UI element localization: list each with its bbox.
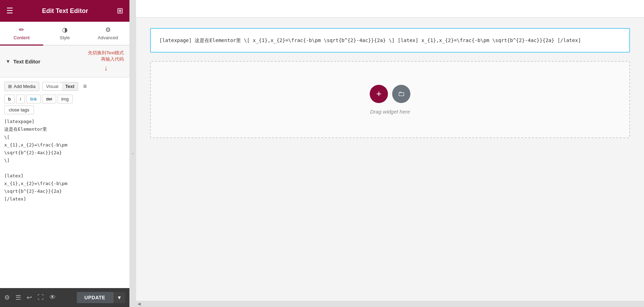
add-widget-button[interactable]: +	[370, 85, 388, 103]
italic-button[interactable]: i	[16, 95, 25, 103]
visual-tab[interactable]: Visual	[42, 82, 62, 90]
text-tab[interactable]: Text	[62, 82, 78, 90]
text-preview-box[interactable]: [latexpage] 这是在Elementor里 \[ x_{1},x_{2}…	[150, 28, 630, 53]
sidebar: ☰ Edit Text Editor ⊞ ✏ Content ◑ Style ⚙…	[0, 0, 130, 307]
annotation-down-arrow: ↓	[88, 63, 124, 73]
bottom-icons: ⚙ ☰ ↩ ⛶ 👁	[4, 294, 56, 301]
collapse-handle[interactable]: ‹	[130, 0, 136, 307]
text-content-area[interactable]: [latexpage] 这是在Elementor里 \[ x_{1},x_{2}…	[4, 118, 125, 203]
add-media-row: ⊞ Add Media Visual Text ≡	[4, 82, 125, 91]
tab-content[interactable]: ✏ Content	[0, 22, 43, 46]
section-header: ▼ Text Editor 先切换到Text模式 再输入代码 ↓	[0, 46, 129, 77]
main-top-bar	[136, 0, 644, 18]
format-buttons: b i link del img	[4, 95, 125, 103]
canvas-area: [latexpage] 这是在Elementor里 \[ x_{1},x_{2}…	[136, 18, 644, 301]
tab-content-label: Content	[14, 35, 30, 40]
update-dropdown-button[interactable]: ▼	[113, 292, 125, 303]
drop-zone: + 🗀 Drag widget here	[150, 61, 630, 138]
responsive-icon[interactable]: ⛶	[38, 294, 44, 301]
preview-icon[interactable]: 👁	[49, 294, 56, 301]
link-button[interactable]: link	[26, 95, 41, 103]
drag-label: Drag widget here	[370, 109, 410, 115]
page-title: Edit Text Editor	[42, 7, 88, 15]
settings-icon[interactable]: ⚙	[4, 294, 10, 301]
add-media-label: Add Media	[14, 84, 35, 89]
layers-icon[interactable]: ☰	[15, 294, 21, 301]
grid-icon[interactable]: ⊞	[117, 6, 123, 15]
tab-style-label: Style	[60, 35, 70, 40]
update-button[interactable]: UPDATE	[77, 292, 113, 303]
visual-text-tabs: Visual Text	[42, 82, 78, 91]
tab-style[interactable]: ◑ Style	[43, 22, 86, 46]
hamburger-icon[interactable]: ☰	[6, 6, 13, 15]
bottom-bar: ⚙ ☰ ↩ ⛶ 👁 UPDATE ▼	[0, 288, 129, 307]
top-bar: ☰ Edit Text Editor ⊞	[0, 0, 129, 22]
update-button-group: UPDATE ▼	[77, 292, 125, 303]
section-collapse-arrow[interactable]: ▼	[6, 59, 11, 64]
del-button[interactable]: del	[42, 95, 56, 103]
template-button[interactable]: 🗀	[392, 85, 410, 103]
history-icon[interactable]: ↩	[27, 294, 32, 301]
annotation-line2: 再输入代码	[88, 56, 124, 62]
content-tab-icon: ✏	[19, 26, 24, 34]
tab-advanced[interactable]: ⚙ Advanced	[86, 22, 129, 46]
list-icon[interactable]: ≡	[81, 82, 89, 91]
scroll-left-arrow[interactable]: ◀	[137, 301, 141, 306]
tab-advanced-label: Advanced	[98, 35, 118, 40]
annotation: 先切换到Text模式 再输入代码 ↓	[88, 50, 124, 73]
advanced-tab-icon: ⚙	[105, 26, 111, 34]
annotation-line1: 先切换到Text模式	[88, 50, 124, 56]
section-label: Text Editor	[13, 59, 40, 64]
bold-button[interactable]: b	[4, 95, 15, 103]
main-content: [latexpage] 这是在Elementor里 \[ x_{1},x_{2}…	[136, 0, 644, 307]
close-tags-button[interactable]: close tags	[4, 105, 34, 114]
add-media-button[interactable]: ⊞ Add Media	[4, 82, 39, 91]
img-button[interactable]: img	[58, 95, 73, 103]
collapse-arrow-icon: ‹	[132, 151, 134, 156]
drop-zone-buttons: + 🗀	[370, 85, 410, 103]
bottom-scroll-row: ◀	[136, 301, 644, 307]
tabs: ✏ Content ◑ Style ⚙ Advanced	[0, 22, 129, 46]
style-tab-icon: ◑	[62, 26, 68, 34]
editor-section: ⊞ Add Media Visual Text ≡ b i link del i…	[0, 77, 129, 288]
add-media-icon: ⊞	[8, 84, 12, 89]
